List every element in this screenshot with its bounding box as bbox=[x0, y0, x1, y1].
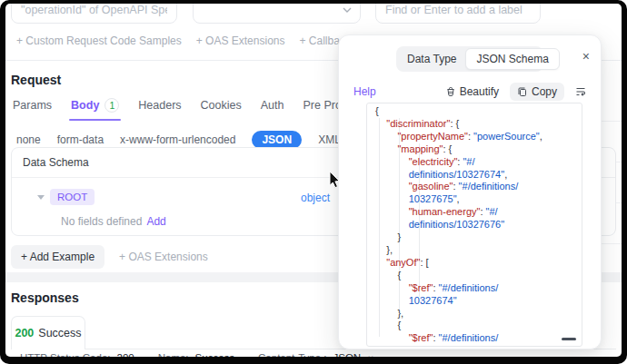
code-line: "propertyName": "powerSource", bbox=[375, 131, 582, 143]
copy-label: Copy bbox=[532, 85, 557, 98]
chevron-down-icon bbox=[343, 7, 352, 14]
quick-action--custom-request-code-samples[interactable]: + Custom Request Code Samples bbox=[16, 34, 182, 47]
code-line: "mapping": { bbox=[375, 143, 582, 156]
code-line: }, bbox=[375, 308, 582, 320]
chevron-down-icon: ∨ bbox=[367, 353, 373, 358]
beautify-label: Beautify bbox=[460, 85, 499, 98]
response-meta-content-type-: Content-Type :JSON∨ bbox=[258, 352, 373, 357]
operation-id-input[interactable] bbox=[11, 4, 177, 24]
meta-label: HTTP Status Code: bbox=[20, 352, 111, 357]
no-fields-text: No fields defined bbox=[61, 215, 142, 228]
modal-tab-group: Data TypeJSON Schema bbox=[396, 46, 543, 72]
code-line: 10327675" bbox=[375, 345, 582, 347]
word-wrap-icon[interactable] bbox=[575, 86, 586, 97]
code-line: 10327674" bbox=[375, 295, 582, 308]
code-line: } bbox=[375, 231, 582, 244]
close-icon[interactable]: × bbox=[582, 50, 590, 63]
add-example-button[interactable]: + Add Example bbox=[11, 245, 104, 269]
code-line: { bbox=[375, 270, 582, 282]
screenshot-frame: + Custom Request Code Samples+ OAS Exten… bbox=[0, 0, 627, 364]
code-line: "$ref": "#/definitions/ bbox=[375, 332, 582, 345]
meta-value[interactable]: JSON bbox=[333, 352, 361, 357]
tab-auth[interactable]: Auth bbox=[261, 99, 284, 120]
collapse-caret-icon[interactable] bbox=[37, 195, 45, 200]
code-line: "anyOf": [ bbox=[375, 257, 582, 270]
beautify-button[interactable]: Beautify bbox=[445, 85, 499, 98]
response-meta-row: HTTP Status Code:200Name:SuccessContent-… bbox=[20, 352, 373, 357]
body-type-none[interactable]: none bbox=[16, 133, 41, 146]
quick-action--oas-extensions[interactable]: + OAS Extensions bbox=[196, 34, 285, 47]
horizontal-scrollbar[interactable] bbox=[562, 338, 576, 340]
code-content: { "discriminator": { "propertyName": "po… bbox=[375, 105, 582, 347]
json-schema-modal: Data TypeJSON Schema × Help Beautify Cop… bbox=[338, 34, 602, 349]
app-window: + Custom Request Code Samples+ OAS Exten… bbox=[5, 4, 622, 357]
tab-cookies[interactable]: Cookies bbox=[201, 99, 242, 120]
code-line: }, bbox=[375, 244, 582, 257]
body-type-form-data[interactable]: form-data bbox=[57, 133, 104, 146]
code-line: "electricity": "#/ bbox=[375, 156, 582, 169]
body-type-x-www-form-urlencoded[interactable]: x-www-form-urlencoded bbox=[120, 133, 235, 146]
modal-tab-data-type[interactable]: Data Type bbox=[398, 48, 465, 70]
schema-empty-state: No fields definedAdd bbox=[61, 215, 166, 228]
schema-root-type[interactable]: object bbox=[301, 192, 330, 204]
code-line: { bbox=[375, 105, 582, 118]
code-line: "human-energy": "#/ bbox=[375, 206, 582, 219]
copy-icon bbox=[517, 86, 528, 97]
tab-headers[interactable]: Headers bbox=[138, 99, 181, 120]
request-section-title: Request bbox=[11, 73, 61, 87]
tag-select[interactable] bbox=[193, 4, 361, 24]
schema-footer-actions: + Add Example + OAS Extensions bbox=[11, 245, 208, 269]
status-name: Success bbox=[38, 327, 81, 339]
tab-label: Cookies bbox=[201, 99, 242, 112]
response-meta-http-status-code-: HTTP Status Code:200 bbox=[20, 352, 134, 357]
help-link[interactable]: Help bbox=[353, 85, 376, 98]
code-line: 10327675", bbox=[375, 193, 582, 206]
code-line: "discriminator": { bbox=[375, 118, 582, 131]
modal-tab-json-schema[interactable]: JSON Schema bbox=[465, 48, 559, 70]
tab-label: Auth bbox=[261, 99, 284, 112]
code-line: definitions/10327674", bbox=[375, 169, 582, 182]
tab-body[interactable]: Body1 bbox=[71, 98, 119, 121]
body-type-json[interactable]: JSON bbox=[252, 131, 302, 149]
meta-label: Content-Type : bbox=[258, 352, 326, 357]
add-field-link[interactable]: Add bbox=[146, 215, 165, 228]
code-line: definitions/10327676" bbox=[375, 219, 582, 231]
tab-count-badge: 1 bbox=[104, 98, 119, 113]
meta-value: Success bbox=[195, 352, 234, 357]
tab-label: Headers bbox=[138, 99, 181, 112]
responses-section-title: Responses bbox=[11, 290, 79, 305]
response-tab-200[interactable]: 200 Success bbox=[11, 316, 85, 349]
meta-value: 200 bbox=[117, 352, 134, 357]
label-input[interactable] bbox=[375, 4, 541, 24]
schema-code-editor[interactable]: { "discriminator": { "propertyName": "po… bbox=[366, 103, 582, 347]
beautify-icon bbox=[445, 86, 456, 97]
mouse-cursor bbox=[329, 171, 343, 190]
code-line: "gasoline": "#/definitions/ bbox=[375, 181, 582, 193]
tab-params[interactable]: Params bbox=[13, 99, 52, 120]
oas-extensions-link[interactable]: + OAS Extensions bbox=[119, 251, 208, 263]
code-line: { bbox=[375, 320, 582, 332]
copy-button[interactable]: Copy bbox=[510, 83, 564, 101]
tab-label: Body bbox=[71, 99, 99, 112]
tab-label: Params bbox=[13, 99, 52, 112]
modal-toolbar: Help Beautify Copy bbox=[353, 83, 586, 101]
schema-root-badge[interactable]: ROOT bbox=[50, 189, 95, 205]
status-code: 200 bbox=[15, 327, 34, 339]
meta-label: Name: bbox=[158, 352, 189, 357]
response-meta-name-: Name:Success bbox=[158, 352, 234, 357]
code-line: "$ref": "#/definitions/ bbox=[375, 282, 582, 295]
